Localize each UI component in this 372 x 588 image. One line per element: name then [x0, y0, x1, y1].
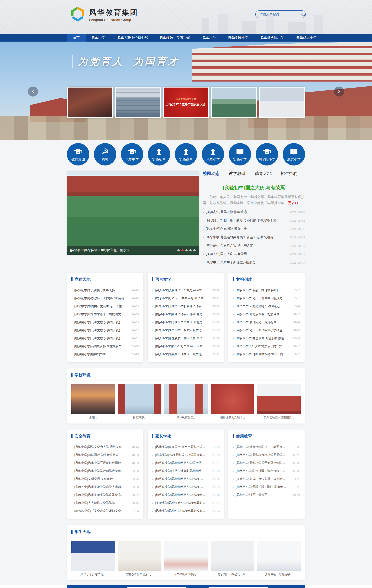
article-list-item[interactable]: › [风华中学]网络安全为人民 网络安全... 10-14: [71, 443, 139, 451]
school-circle-link[interactable]: 桐乡路小学: [256, 143, 278, 166]
article-list-item[interactable]: › [桐乡路小学]风华桐乡路小学国庆放... 09-27: [152, 459, 220, 467]
nav-item[interactable]: 风华成志小学: [290, 34, 322, 42]
article-list-item[interactable]: › [桐乡路小学]看那一抹【桐乡红】！... 10-20: [233, 286, 300, 294]
nav-item[interactable]: 风华桐乡路小学: [254, 34, 290, 42]
news-tab[interactable]: 校园动态: [203, 171, 220, 176]
news-list-item[interactable]: › [风华中学]师徒结对共育桃李 青蓝工程;薪火相传 2021-10-08: [203, 233, 305, 242]
news-image-carousel[interactable]: [实验初中]风华实验中学尊师守礼升旗仪式: [67, 171, 199, 255]
school-circle-link[interactable]: 教育集团: [67, 143, 89, 166]
search-input[interactable]: [260, 13, 301, 16]
article-list-item[interactable]: › [桐乡路小学]普通话诵百年伟业 规范... 08-30: [152, 310, 220, 318]
carousel-dot[interactable]: [186, 249, 188, 252]
student-photo-item[interactable]: 说普通话，写规范字-...: [257, 541, 301, 576]
article-list-item[interactable]: › [成志小学]2021风华成志小学国庆假... 09-28: [152, 451, 220, 459]
news-list-item[interactable]: › [风华中学]勿忘国耻 振兴中华 2021-10-08: [203, 225, 305, 233]
carousel-thumbnail[interactable]: [259, 87, 305, 118]
article-list-item[interactable]: › [桐乡路小学]防疫提醒！请您接收一... 08-06: [233, 467, 300, 475]
nav-item[interactable]: 风华实验中学初中部: [111, 34, 154, 42]
search-icon[interactable]: [301, 12, 305, 17]
news-list-item[interactable]: › [实验高中]以青春之我 扬中华之梦 2021-10-01: [203, 242, 305, 250]
official-links-select[interactable]: ==官网链接==: [127, 587, 186, 588]
article-list-item[interactable]: › [实验小学]说普通话，写规范字-202... 09-28: [152, 286, 220, 294]
article-list-item[interactable]: › [风华中学]中国共产党诞生 论一个党... 10-09: [71, 302, 139, 310]
article-list-item[interactable]: › [桐乡路小学]内塑修养 外塑形象 做魅... 08-31: [233, 334, 300, 342]
article-list-item[interactable]: › [桐乡路小学]风华桐乡路小学2021-... 08-25: [152, 483, 220, 491]
article-list-item[interactable]: › [实验小学]力拔山兮气盖世，拔河比... 11-28: [233, 475, 300, 483]
student-photo-item[interactable]: 考前心理疏导 激发无...: [118, 541, 161, 576]
environment-photo-item[interactable]: 夕阳...: [71, 384, 115, 420]
article-list-item[interactable]: › [桐乡路小学]【传承中华经典 献礼建... 04-30: [152, 318, 220, 326]
article-list-item[interactable]: › [风华中学]立高尚师德 守教育初心 10-09: [233, 302, 300, 310]
article-list-item[interactable]: › [风华中学]与法同行 学生普法教育 10-09: [71, 451, 139, 459]
more-link[interactable]: 更多>>: [288, 201, 299, 205]
article-list-item[interactable]: › [实验小学]人人识诈，全民防骗 08-15: [71, 499, 139, 507]
school-circle-link[interactable]: 实验高中: [175, 143, 197, 166]
article-list-item[interactable]: › [风华中学]风华中学举行消防应急疏... 09-30: [71, 467, 139, 475]
article-list-item[interactable]: › [实验初中]军姿飒爽，青春飞扬 10-10: [71, 286, 139, 294]
article-list-item[interactable]: › [风华小学]风华小学二至六年级古诗... 01-10: [152, 326, 220, 334]
site-logo[interactable]: 风华教育集团 Fenghua Education Group: [70, 6, 138, 23]
article-list-item[interactable]: › [桐乡路小学]爱眼护眼 【睛】彩童年-... 10-25: [233, 483, 300, 491]
school-circle-link[interactable]: 风华小学: [202, 143, 224, 166]
article-list-item[interactable]: › [桐乡路小学]【放假通知】风华桐乡... 09-18: [152, 467, 220, 475]
article-list-item[interactable]: › [风华小学]风华小学2021年暑期致家... 06-24: [152, 507, 220, 515]
school-circle-link[interactable]: 实验小学: [229, 143, 251, 166]
news-tab[interactable]: 招生招聘: [281, 171, 298, 176]
article-list-item[interactable]: › [风华小学]【风华小学】普通话诵百... 09-20: [152, 302, 220, 310]
article-list-item[interactable]: › [桐乡路小学]精神的力量 09-28: [71, 350, 139, 358]
article-list-item[interactable]: › [风华小学]1.10人民警察节，向守护... 01-10: [233, 342, 300, 350]
article-list-item[interactable]: › [风华小学]讲卫生勤洗手 04-21: [233, 491, 300, 499]
article-list-item[interactable]: › [桐乡路小学]【请党放心 强国有我】... 10-02: [71, 326, 139, 334]
article-list-item[interactable]: › [桐乡路小学]风华桐乡路小学2021年... 08-16: [152, 491, 220, 499]
nav-item[interactable]: 风华小学: [196, 34, 222, 42]
nav-item[interactable]: 首页: [67, 34, 86, 42]
school-circle-link[interactable]: ☭ 总校: [94, 143, 116, 166]
article-list-item[interactable]: › [实验小学]风华实验小学防疫及食品... 08-22: [71, 491, 139, 499]
news-tab[interactable]: 德育天地: [255, 171, 271, 176]
nav-item[interactable]: 风华中学: [86, 34, 111, 42]
article-list-item[interactable]: › [桐乡路小学]与国旗合影 向党旗告白... 09-30: [71, 342, 139, 350]
environment-photo-item[interactable]: 风华实验高中正面图片...: [257, 384, 301, 420]
environment-photo-item[interactable]: 书香绿意人文和谐...: [211, 384, 254, 420]
article-list-item[interactable]: › [桐乡路小学]【安全教育】暑期安全... 07-04: [71, 507, 139, 515]
article-list-item[interactable]: › [实验初中]感恩教师节手抄报评比活动 10-10: [71, 294, 139, 302]
carousel-next-button[interactable]: ›: [334, 86, 344, 96]
city-links-select[interactable]: ==市其他网站链接==: [209, 587, 268, 588]
article-list-item[interactable]: › [实验小学]撷英拾萃诵经典，藏文蕴... 05-21: [152, 350, 220, 358]
article-list-item[interactable]: › [桐乡路小学]【请党放心 强国有我】... 10-03: [71, 318, 139, 326]
article-list-item[interactable]: › [实验小学]翰墨飘香，神采飞扬;风华... 11-09: [152, 334, 220, 342]
news-tab[interactable]: 教学教研: [229, 171, 246, 176]
article-list-item[interactable]: › [风华小学]风华小学关于新冠疫情防... 08-08: [233, 459, 300, 467]
carousel-prev-button[interactable]: ‹: [28, 86, 38, 96]
student-photo-item[interactable]: 五星红旗迎风飘扬...: [164, 541, 208, 576]
carousel-thumbnail[interactable]: 亳州市风华教育集团 庆祝第37个教师节暨表彰大会: [163, 87, 209, 118]
environment-photo-item[interactable]: 风华教育集团...: [164, 384, 208, 420]
article-list-item[interactable]: › [桐乡路小学]亳州市谯城区庆祝少先... 10-14: [233, 294, 300, 302]
article-list-item[interactable]: › [风华中学]风华中学第十五届校园文... 10-08: [71, 310, 139, 318]
student-photo-item[interactable]: 勿忘国耻，铭记九一八...: [211, 541, 254, 576]
news-list-item[interactable]: › [桐乡路小学]相【桐】的爱 给不同的你-风华桐乡路... 2021-10-1…: [203, 216, 305, 225]
article-list-item[interactable]: › [成志小学]月圆天下 共画美好 风华成... 09-21: [152, 294, 220, 302]
article-list-item[interactable]: › [桐乡路小学]风华桐乡路小学召开学... 09-28: [233, 451, 300, 459]
environment-photo-item[interactable]: 校园环境...: [118, 384, 161, 420]
news-list-item[interactable]: › [实验高中]乘风破浪 撷华致远 2021-10-18: [203, 208, 305, 216]
article-list-item[interactable]: › [风华中学]风华中学开展反对校园欺... 10-09: [71, 459, 139, 467]
student-photo-item[interactable]: 【风华小学】这些花儿...: [71, 541, 115, 576]
carousel-dot[interactable]: [193, 249, 196, 252]
article-list-item[interactable]: › [实验小学]风华实验小学2021年暑期... 07-01: [152, 499, 220, 507]
carousel-dot[interactable]: [189, 249, 192, 252]
article-list-item[interactable]: › [实验初中]风华实验中学宿管人员消... 09-08: [71, 483, 139, 491]
carousel-dot[interactable]: [177, 249, 180, 252]
article-list-item[interactable]: › [实验小学]开笔启童智，礼润伴成... 09-28: [233, 310, 300, 318]
article-list-item[interactable]: › [桐乡路小学]【请党放心 强国有我】... 10-01: [71, 334, 139, 342]
school-circle-link[interactable]: 风华中学: [121, 143, 143, 166]
article-list-item[interactable]: › [桐乡路小学]从小写好中国字 长大做... 08-19: [152, 342, 220, 350]
carousel-thumbnail[interactable]: [67, 87, 113, 118]
article-list-item[interactable]: › [风华中学]做好疫情防控，一刻不可... 10-09: [233, 443, 300, 451]
school-circle-link[interactable]: 成志小学: [283, 143, 305, 166]
article-list-item[interactable]: › [桐乡路小学]风华桐乡路小学2021-... 08-26: [152, 475, 220, 483]
featured-news-title[interactable]: [实验初中]国之大庆,与有荣焉: [203, 184, 305, 191]
article-list-item[interactable]: › [风华小学]文明交通 安全童行 09-26: [71, 475, 139, 483]
nav-item[interactable]: 风华实验中学高中部: [154, 34, 196, 42]
carousel-thumbnail[interactable]: [211, 87, 257, 118]
